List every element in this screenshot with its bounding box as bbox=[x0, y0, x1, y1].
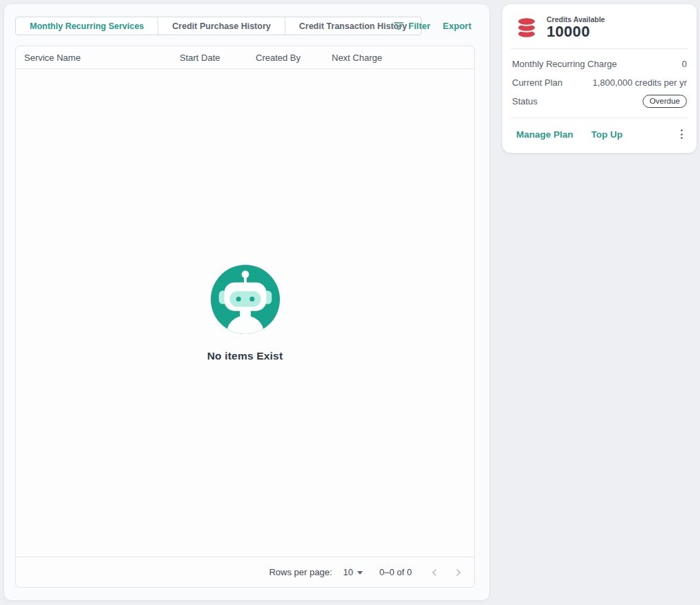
current-plan-value: 1,800,000 credits per yr bbox=[592, 77, 687, 88]
pagination-bar: Rows per page: 10 0–0 of 0 bbox=[16, 557, 474, 587]
manage-plan-button[interactable]: Manage Plan bbox=[516, 129, 574, 140]
status-row: Status Overdue bbox=[512, 92, 687, 111]
table-empty-state: No items Exist bbox=[16, 69, 474, 557]
chevron-left-icon bbox=[430, 568, 439, 577]
credits-details: Monthly Recurring Charge 0 Current Plan … bbox=[502, 49, 697, 118]
rows-per-page-value: 10 bbox=[343, 567, 353, 577]
monthly-recurring-charge-row: Monthly Recurring Charge 0 bbox=[512, 55, 687, 73]
current-plan-row: Current Plan 1,800,000 credits per yr bbox=[512, 73, 687, 92]
kebab-menu-icon[interactable] bbox=[678, 127, 685, 142]
table-toolbar: Filter Export bbox=[394, 21, 471, 31]
column-header-created-by: Created By bbox=[253, 53, 329, 63]
empty-state-message: No items Exist bbox=[207, 350, 283, 362]
tab-monthly-recurring-services[interactable]: Monthly Recurring Services bbox=[16, 17, 158, 35]
robot-icon bbox=[210, 264, 281, 335]
column-header-start-date: Start Date bbox=[177, 53, 253, 63]
credits-header: Credits Available 10000 bbox=[502, 4, 697, 48]
column-header-next-charge: Next Charge bbox=[329, 53, 474, 63]
database-coins-icon bbox=[515, 17, 538, 39]
credits-available-value: 10000 bbox=[547, 24, 605, 40]
filter-button-label: Filter bbox=[408, 21, 431, 31]
next-page-button[interactable] bbox=[452, 566, 464, 579]
monthly-recurring-charge-value: 0 bbox=[682, 59, 687, 69]
services-table: Service Name Start Date Created By Next … bbox=[15, 46, 475, 588]
current-plan-label: Current Plan bbox=[512, 77, 562, 88]
rows-per-page-label: Rows per page: bbox=[269, 567, 332, 577]
chevron-down-icon bbox=[357, 571, 363, 575]
status-badge: Overdue bbox=[643, 95, 687, 108]
funnel-icon bbox=[394, 22, 404, 30]
column-header-service-name: Service Name bbox=[21, 53, 177, 63]
previous-page-button[interactable] bbox=[428, 566, 441, 579]
rows-per-page-select[interactable]: 10 bbox=[343, 567, 363, 577]
table-header-row: Service Name Start Date Created By Next … bbox=[16, 46, 474, 69]
pagination-range: 0–0 of 0 bbox=[379, 567, 412, 577]
tab-group: Monthly Recurring Services Credit Purcha… bbox=[15, 17, 422, 35]
top-up-button[interactable]: Top Up bbox=[592, 129, 623, 140]
credits-card: Credits Available 10000 Monthly Recurrin… bbox=[502, 4, 697, 153]
filter-button[interactable]: Filter bbox=[394, 21, 431, 31]
services-panel: Monthly Recurring Services Credit Purcha… bbox=[4, 4, 489, 600]
credits-actions: Manage Plan Top Up bbox=[502, 118, 697, 153]
monthly-recurring-charge-label: Monthly Recurring Charge bbox=[512, 59, 617, 69]
export-button[interactable]: Export bbox=[443, 21, 471, 31]
status-label: Status bbox=[512, 96, 538, 106]
billing-page: Monthly Recurring Services Credit Purcha… bbox=[0, 0, 700, 605]
tab-credit-purchase-history[interactable]: Credit Purchase History bbox=[158, 17, 284, 35]
chevron-right-icon bbox=[453, 568, 463, 577]
